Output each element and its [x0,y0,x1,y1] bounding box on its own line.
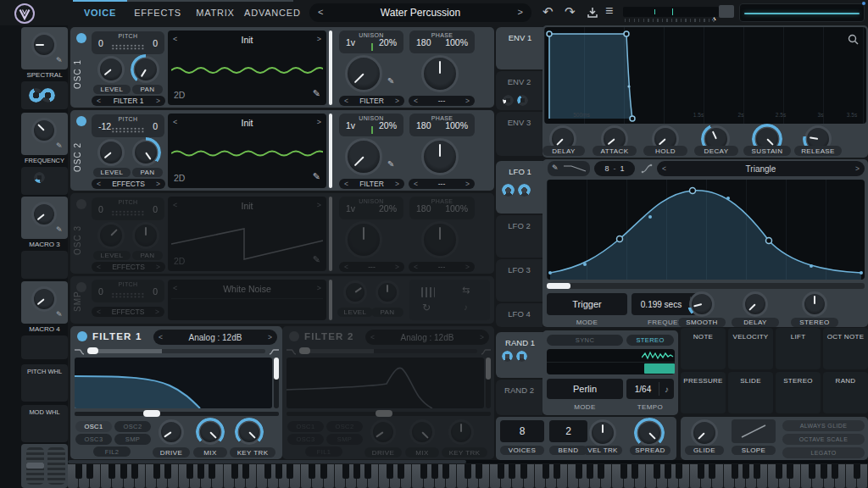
black-key[interactable] [465,464,471,479]
osc3-semitones[interactable]: 0 [98,204,103,214]
wave-next-icon[interactable]: > [317,35,321,43]
osc1-view-toggle[interactable]: 2D [174,90,185,100]
chevron-right-icon[interactable]: > [395,180,399,188]
rand-tempo-box[interactable]: 1/64 ♪ [626,379,674,399]
lfo-phase-handle[interactable] [547,283,570,289]
chevron-right-icon[interactable]: > [465,263,470,271]
osc2-power-button[interactable] [76,116,86,126]
osc1-semitones[interactable]: 0 [98,38,103,48]
osc2-dest2[interactable]: --- [418,180,465,188]
tab-lfo2[interactable]: LFO 2 [496,215,542,258]
osc3-view-toggle[interactable]: 2D [174,256,185,266]
osc3-wave-name[interactable]: Init [185,201,309,211]
chevron-right-icon[interactable]: > [155,308,159,316]
black-key[interactable] [398,464,404,479]
preset-next-icon[interactable]: > [518,7,523,17]
black-key[interactable] [242,464,249,479]
osc2-cents[interactable]: 0 [153,121,158,131]
black-key[interactable] [275,464,282,479]
source-pressure[interactable]: PRESSURE [681,372,726,413]
black-key[interactable] [108,464,115,479]
zoom-icon[interactable] [848,34,860,46]
lfo-grid-box[interactable]: 8-1 [594,161,635,176]
mod-wheel-cell[interactable]: MOD WHL [21,405,68,442]
tab-voice[interactable]: VOICE [81,8,120,18]
black-key[interactable] [576,464,582,479]
pencil-icon[interactable]: ✎ [56,310,63,319]
black-key[interactable] [709,464,715,479]
lfo-smooth-knob[interactable] [689,291,715,317]
smp-route[interactable]: EFFECTS [101,308,155,316]
source-velocity[interactable]: VELOCITY [728,328,773,369]
tab-rand2[interactable]: RAND 2 [496,380,542,415]
volume-meter[interactable] [623,7,719,17]
tab-lfo4[interactable]: LFO 4 [496,303,542,327]
black-key[interactable] [787,464,793,479]
black-key[interactable] [676,464,682,479]
osc2-dest2-selector[interactable]: <---> [409,179,475,189]
black-key[interactable] [654,464,660,479]
black-key[interactable] [320,464,327,479]
lfo-stereo-knob[interactable] [802,291,827,317]
wave-edit-pencil-icon[interactable]: ✎ [313,171,320,182]
slope-box[interactable] [732,419,776,443]
cutoff-track[interactable] [87,349,265,353]
black-key[interactable] [309,464,315,479]
osc3-level-knob[interactable] [97,222,125,249]
volume-handle[interactable] [719,5,734,18]
osc3-phase-box[interactable]: PHASE 180 100% [409,197,475,219]
tab-env3[interactable]: ENV 3 [496,112,542,156]
black-key[interactable] [665,464,671,479]
osc1-dest2[interactable]: --- [418,97,465,105]
pencil-icon[interactable]: ✎ [56,225,63,234]
filter2-power-button[interactable] [289,331,299,341]
black-key[interactable] [364,464,371,479]
lfo-paint-tools[interactable]: ✎ [548,161,590,176]
black-key[interactable] [442,464,449,479]
lfo-frequency[interactable]: 0.199 secs [632,300,691,309]
osc2-wave-name[interactable]: Init [185,118,309,128]
bounce-icon[interactable]: ♪ [464,302,468,312]
smp-display[interactable]: < White Noise > [168,280,326,320]
filter1-graph[interactable] [75,358,272,408]
black-key[interactable] [632,464,638,479]
macro-2-knob[interactable] [31,118,57,143]
cutoff-handle[interactable] [87,347,98,354]
macro-1-knob[interactable] [31,32,57,58]
tab-effects[interactable]: EFFECTS [131,8,184,18]
wave-edit-pencil-icon[interactable]: ✎ [313,254,320,265]
lfo-display[interactable] [547,180,865,280]
filter1-model-selector[interactable]: <Analog : 12dB> [153,330,277,345]
osc1-pitch-box[interactable]: PITCH 0 0 [92,31,164,54]
lfo-mode[interactable]: Trigger [572,299,601,309]
chevron-right-icon[interactable]: > [268,333,272,341]
resonance-handle[interactable] [486,358,491,380]
unison-pencil-icon[interactable]: ✎ [387,159,394,169]
rand-tempo[interactable]: 1/64 [626,385,659,394]
loop-icon[interactable]: ↻ [422,302,431,313]
osc1-unison-knob[interactable] [345,55,382,92]
black-key[interactable] [131,464,138,479]
osc3-unison-knob[interactable] [345,221,382,258]
black-key[interactable] [431,464,438,479]
resonance-handle[interactable] [274,358,279,380]
osc1-pan-knob[interactable] [132,56,159,83]
black-key[interactable] [264,464,271,479]
smp-pan-knob[interactable] [376,280,399,304]
vital-logo-icon[interactable] [14,3,36,25]
preset-browser[interactable]: < Water Percussion > [309,3,531,22]
black-key[interactable] [598,464,604,479]
osc3-morph-slider[interactable] [329,197,332,271]
filter1-keytrk-knob[interactable] [236,419,262,445]
osc1-level-knob[interactable] [97,56,125,83]
cutoff-track[interactable] [299,349,477,353]
filter1-power-button[interactable] [77,331,87,341]
black-key[interactable] [342,464,349,479]
filter2-graph[interactable] [287,358,484,408]
chevron-right-icon[interactable]: > [156,263,160,271]
osc1-phase[interactable]: 180 [416,37,431,47]
osc1-route[interactable]: FILTER 1 [101,97,156,105]
filter2-drive-knob[interactable] [370,419,396,445]
black-key[interactable] [353,464,360,479]
osc3-route-selector[interactable]: <EFFECTS> [92,262,165,272]
